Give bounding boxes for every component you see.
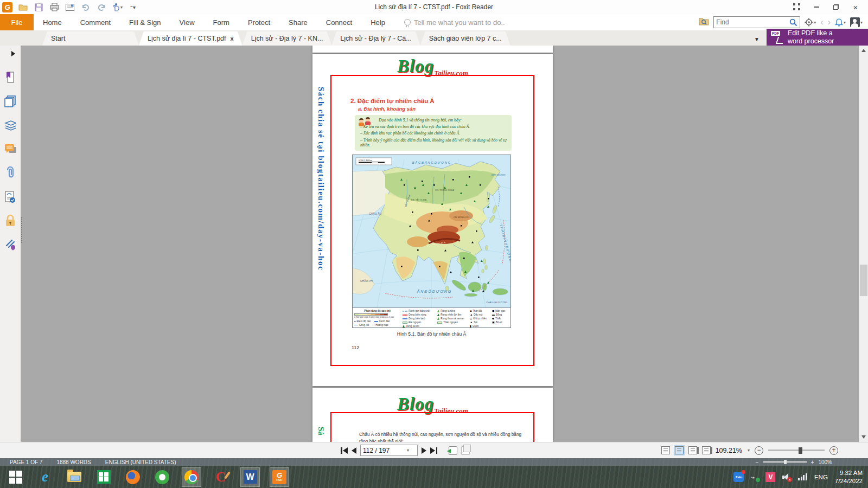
pdf-page-112: BlogTailieu.com Sách chia sẻ tại blogtai… <box>312 54 553 386</box>
file-explorer-icon[interactable] <box>65 468 84 486</box>
menu-form[interactable]: Form <box>204 14 239 30</box>
previous-page-button[interactable] <box>352 447 356 454</box>
open-file-icon[interactable] <box>17 2 28 12</box>
view-facing-icon[interactable] <box>688 446 697 454</box>
network-icon[interactable] <box>798 473 807 480</box>
tab-list-dropdown[interactable]: ▼ <box>754 36 760 42</box>
customize-toolbar-icon[interactable]: ⁼▾ <box>127 2 138 12</box>
start-button[interactable] <box>7 468 25 486</box>
usb-icon[interactable]: ⌁ <box>751 473 758 481</box>
view-facing-continuous-icon[interactable] <box>702 446 711 454</box>
restore-button[interactable] <box>828 2 844 12</box>
bookmarks-panel-icon[interactable] <box>4 72 16 84</box>
account-dropdown[interactable]: ▾ <box>860 20 863 25</box>
scroll-up-icon[interactable] <box>861 49 866 52</box>
zoom-percentage[interactable]: 109.21% <box>716 447 742 454</box>
foxit-app-icon[interactable]: G <box>2 2 12 12</box>
email-icon[interactable] <box>65 2 75 12</box>
pages-panel-icon[interactable] <box>4 95 16 107</box>
word-zoom-out: − <box>756 459 759 465</box>
ms-store-icon[interactable] <box>94 468 113 486</box>
undo-icon[interactable] <box>80 2 91 12</box>
firefox-icon[interactable] <box>124 468 142 486</box>
save-icon[interactable] <box>33 2 44 12</box>
next-page-button[interactable] <box>422 447 426 454</box>
attachments-panel-icon[interactable] <box>4 167 16 179</box>
ie-icon[interactable]: e <box>36 468 54 486</box>
menu-help[interactable]: Help <box>361 14 394 30</box>
snapshot-icon[interactable] <box>449 446 457 455</box>
section-subheading: a. Địa hình, khoáng sản <box>358 106 416 112</box>
nav-forward-icon[interactable]: › <box>828 18 831 27</box>
document-tabbar: Start Lịch sử địa lí 7 - CTST.pdf x Lịch… <box>0 30 868 46</box>
word-icon[interactable]: W <box>241 468 259 486</box>
tab-sgv[interactable]: Sách giáo viên lớp 7 c... <box>420 31 510 46</box>
menu-file[interactable]: File <box>0 14 34 30</box>
fields-panel-icon[interactable] <box>4 191 16 203</box>
menu-comment[interactable]: Comment <box>71 14 120 30</box>
account-avatar[interactable] <box>850 17 860 27</box>
zoom-in-button[interactable]: + <box>829 446 838 455</box>
first-page-button[interactable] <box>341 447 348 454</box>
zoom-out-button[interactable]: − <box>755 446 763 455</box>
tab-close-icon[interactable]: x <box>231 35 234 42</box>
vietkey-icon[interactable]: V <box>765 472 775 482</box>
scroll-down-icon[interactable] <box>861 435 866 439</box>
menu-connect[interactable]: Connect <box>317 14 361 30</box>
menu-view[interactable]: View <box>170 14 204 30</box>
zoom-dropdown[interactable]: ▾ <box>748 448 750 453</box>
page-number-input[interactable] <box>363 447 406 454</box>
coccoc-icon[interactable] <box>153 468 171 486</box>
bell-icon[interactable]: ▾ <box>835 18 846 27</box>
volume-muted-icon[interactable]: × <box>782 473 791 481</box>
menu-protect[interactable]: Protect <box>239 14 279 30</box>
nav-back-icon[interactable]: ‹ <box>820 18 823 27</box>
page-dropdown[interactable]: ▾ <box>407 448 409 453</box>
word-language: ENGLISH (UNITED STATES) <box>105 459 176 465</box>
menu-home[interactable]: Home <box>34 14 71 30</box>
search-folder-icon[interactable] <box>699 17 709 28</box>
section-heading: 2. Đặc điểm tự nhiên châu Á <box>350 98 435 104</box>
hand-tool-icon[interactable]: ▾ <box>112 2 123 12</box>
foxit-taskbar-icon[interactable]: GPDF <box>270 468 289 486</box>
tab-ctst-active[interactable]: Lịch sử địa lí 7 - CTST.pdf x <box>139 31 242 46</box>
scroll-thumb[interactable] <box>860 265 867 296</box>
language-indicator[interactable]: ENG <box>814 474 828 480</box>
close-button[interactable]: × <box>847 2 864 12</box>
ui-layout-icon[interactable] <box>789 2 805 12</box>
ccleaner-icon[interactable]: C <box>212 468 230 486</box>
zoom-slider-thumb[interactable] <box>799 447 802 454</box>
gear-icon[interactable]: ▾ <box>805 18 816 27</box>
security-panel-icon[interactable] <box>4 215 16 227</box>
task-item-3: – Trình bày ý nghĩa của đặc điểm địa hìn… <box>360 138 507 147</box>
tab-start[interactable]: Start <box>42 31 139 46</box>
tab-kn[interactable]: Lịch sử - Địa lý 7 - KN... <box>242 31 332 46</box>
view-continuous-icon[interactable] <box>675 446 684 454</box>
view-single-page-icon[interactable] <box>661 446 670 454</box>
redo-icon[interactable] <box>96 2 107 12</box>
panel-resize-handle[interactable] <box>21 217 24 243</box>
clock[interactable]: 9:32 AM 7/24/2022 <box>835 469 863 485</box>
hand-tool-dropdown[interactable]: ▾ <box>120 5 123 10</box>
minimize-button[interactable] <box>808 2 825 12</box>
chrome-icon[interactable] <box>182 468 201 486</box>
panel-collapse-icon[interactable] <box>7 48 19 60</box>
menu-share[interactable]: Share <box>279 14 317 30</box>
find-input[interactable] <box>716 18 789 26</box>
word-zoom-in: + <box>811 459 814 465</box>
zalo-icon[interactable]: Zalo <box>733 472 744 482</box>
signature-panel-icon[interactable] <box>4 239 16 251</box>
comments-panel-icon[interactable] <box>4 143 16 155</box>
zoom-slider[interactable] <box>768 450 825 451</box>
tell-me-box[interactable]: Tell me what you want to do.. <box>404 18 505 27</box>
bulb-icon <box>404 19 411 25</box>
document-canvas[interactable]: BlogTailieu.com Sách chia sẻ tại blogtai… <box>21 46 859 442</box>
edit-pdf-banner[interactable]: PDF Edit PDF like a word processor <box>767 29 868 46</box>
layers-panel-icon[interactable] <box>4 119 16 131</box>
vertical-scrollbar[interactable] <box>859 46 868 442</box>
print-icon[interactable] <box>49 2 60 12</box>
side-watermark-clip: Sá <box>316 427 326 441</box>
menu-fill-sign[interactable]: Fill & Sign <box>120 14 170 30</box>
tab-ca[interactable]: Lịch sử - Địa lý 7 - Cá... <box>331 31 420 46</box>
last-page-button[interactable] <box>430 447 437 454</box>
